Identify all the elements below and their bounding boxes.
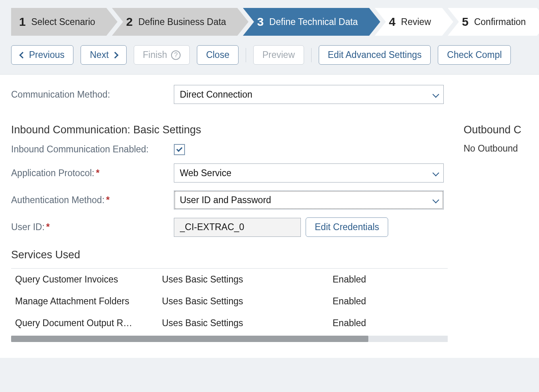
authentication-method-select[interactable] bbox=[174, 190, 444, 209]
authentication-method-label: Authentication Method:* bbox=[11, 195, 174, 206]
required-marker: * bbox=[96, 168, 100, 178]
service-settings-cell: Uses Basic Settings bbox=[162, 274, 333, 285]
services-used-title: Services Used bbox=[11, 249, 448, 261]
close-button[interactable]: Close bbox=[197, 45, 239, 65]
user-id-row: User ID:* Edit Credentials bbox=[11, 217, 448, 237]
outbound-text: No Outbound bbox=[464, 143, 528, 154]
button-label: Check Compl bbox=[447, 50, 502, 60]
authentication-method-row: Authentication Method:* bbox=[11, 190, 448, 209]
application-protocol-value[interactable] bbox=[174, 163, 444, 183]
step-confirmation[interactable]: 5 Confirmation bbox=[448, 8, 537, 36]
button-label: Edit Advanced Settings bbox=[328, 50, 422, 60]
step-label: Define Business Data bbox=[138, 17, 226, 27]
button-label: Edit Credentials bbox=[315, 222, 379, 233]
communication-method-select[interactable] bbox=[174, 85, 444, 104]
help-icon: ? bbox=[171, 50, 181, 60]
edit-credentials-button[interactable]: Edit Credentials bbox=[306, 217, 388, 237]
inbound-enabled-row: Inbound Communication Enabled: bbox=[11, 143, 448, 156]
chevron-right-icon bbox=[112, 52, 118, 58]
toolbar-divider bbox=[246, 48, 246, 62]
step-label: Confirmation bbox=[474, 17, 526, 27]
button-label: Finish bbox=[143, 50, 167, 60]
user-id-label: User ID:* bbox=[11, 222, 174, 233]
step-number: 5 bbox=[462, 15, 469, 29]
previous-button[interactable]: Previous bbox=[11, 45, 73, 65]
service-status-cell: Enabled bbox=[333, 296, 412, 307]
service-settings-cell: Uses Basic Settings bbox=[162, 318, 333, 329]
authentication-method-value[interactable] bbox=[174, 190, 444, 209]
button-label: Close bbox=[206, 50, 229, 60]
button-label: Preview bbox=[262, 50, 295, 60]
step-define-technical-data[interactable]: 3 Define Technical Data bbox=[243, 8, 369, 36]
preview-button: Preview bbox=[253, 45, 304, 65]
scrollbar-thumb[interactable] bbox=[11, 336, 368, 342]
required-marker: * bbox=[46, 222, 50, 232]
content-area: Communication Method: Inbound Communicat… bbox=[0, 75, 539, 358]
table-row[interactable]: Manage Attachment Folders Uses Basic Set… bbox=[11, 290, 448, 312]
services-table: Query Customer Invoices Uses Basic Setti… bbox=[11, 268, 448, 342]
service-status-cell: Enabled bbox=[333, 318, 412, 329]
inbound-section-title: Inbound Communication: Basic Settings bbox=[11, 124, 448, 136]
next-button[interactable]: Next bbox=[81, 45, 126, 65]
application-protocol-select[interactable] bbox=[174, 163, 444, 183]
application-protocol-label: Application Protocol:* bbox=[11, 168, 174, 179]
step-select-scenario[interactable]: 1 Select Scenario bbox=[11, 8, 106, 36]
service-settings-cell: Uses Basic Settings bbox=[162, 296, 333, 307]
service-name-cell: Query Customer Invoices bbox=[15, 274, 162, 285]
button-label: Previous bbox=[29, 50, 64, 60]
check-completeness-button[interactable]: Check Compl bbox=[438, 45, 511, 65]
inbound-enabled-checkbox[interactable] bbox=[174, 144, 185, 155]
step-number: 4 bbox=[389, 15, 396, 29]
step-number: 2 bbox=[126, 15, 133, 29]
horizontal-scrollbar[interactable] bbox=[11, 336, 448, 342]
step-review[interactable]: 4 Review bbox=[375, 8, 442, 36]
table-row[interactable]: Query Document Output R… Uses Basic Sett… bbox=[11, 312, 448, 334]
toolbar: Previous Next Finish ? Close Preview Edi… bbox=[0, 36, 539, 75]
step-label: Define Technical Data bbox=[269, 17, 358, 27]
inbound-enabled-label: Inbound Communication Enabled: bbox=[11, 143, 174, 156]
service-status-cell: Enabled bbox=[333, 274, 412, 285]
required-marker: * bbox=[106, 195, 110, 205]
user-id-field[interactable] bbox=[174, 218, 301, 237]
service-name-cell: Query Document Output R… bbox=[15, 318, 162, 329]
finish-button: Finish ? bbox=[134, 45, 190, 65]
step-label: Review bbox=[401, 17, 431, 27]
step-number: 1 bbox=[19, 15, 26, 29]
communication-method-value[interactable] bbox=[174, 85, 444, 104]
step-number: 3 bbox=[257, 15, 264, 29]
outbound-section-title: Outbound C bbox=[464, 124, 528, 136]
service-name-cell: Manage Attachment Folders bbox=[15, 296, 162, 307]
communication-method-row: Communication Method: bbox=[11, 85, 528, 104]
application-protocol-row: Application Protocol:* bbox=[11, 163, 448, 183]
edit-advanced-settings-button[interactable]: Edit Advanced Settings bbox=[319, 45, 431, 65]
toolbar-divider bbox=[311, 48, 312, 62]
table-row[interactable]: Query Customer Invoices Uses Basic Setti… bbox=[11, 269, 448, 290]
button-label: Next bbox=[90, 50, 108, 60]
checkmark-icon bbox=[176, 146, 183, 152]
wizard-steps: 1 Select Scenario 2 Define Business Data… bbox=[0, 0, 539, 36]
chevron-left-icon bbox=[19, 52, 26, 58]
communication-method-label: Communication Method: bbox=[11, 89, 174, 100]
step-label: Select Scenario bbox=[31, 17, 95, 27]
step-define-business-data[interactable]: 2 Define Business Data bbox=[112, 8, 237, 36]
